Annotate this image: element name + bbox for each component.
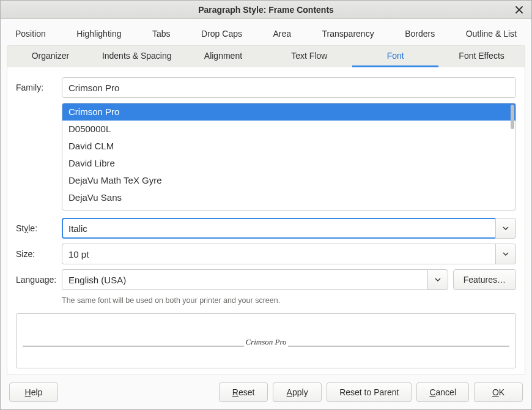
chevron-down-icon	[503, 252, 509, 256]
tab-borders[interactable]: Borders	[396, 24, 443, 45]
tab-highlighting[interactable]: Highlighting	[68, 24, 130, 45]
family-option[interactable]: DejaVu Sans Condensed	[62, 206, 515, 210]
close-button[interactable]	[513, 4, 525, 16]
tabs-row-1: Position Highlighting Tabs Drop Caps Are…	[7, 24, 525, 45]
family-input[interactable]	[62, 77, 516, 98]
family-option[interactable]: DejaVu Sans	[62, 189, 515, 206]
family-row: Family:	[16, 77, 516, 98]
tab-indents-spacing[interactable]: Indents & Spacing	[94, 46, 180, 67]
reset-to-parent-button[interactable]: Reset to Parent	[327, 382, 412, 402]
hint-text: The same font will be used on both your …	[62, 296, 516, 305]
tab-drop-caps[interactable]: Drop Caps	[193, 24, 251, 45]
family-option[interactable]: Crimson Pro	[62, 103, 515, 121]
style-row: Style:	[16, 218, 516, 239]
language-input[interactable]	[62, 269, 427, 290]
button-bar: Help Reset Apply Reset to Parent Cancel …	[1, 375, 531, 409]
size-input[interactable]	[62, 244, 495, 264]
content-panel: Family: Crimson Pro D050000L David CLM D…	[7, 67, 525, 375]
style-input[interactable]	[62, 218, 495, 239]
scrollbar-thumb[interactable]	[511, 105, 514, 129]
size-dropdown-button[interactable]	[495, 244, 516, 264]
cancel-button[interactable]: Cancel	[416, 382, 469, 402]
tab-position[interactable]: Position	[7, 24, 54, 45]
family-option[interactable]: DejaVu Math TeX Gyre	[62, 172, 515, 189]
family-option[interactable]: David CLM	[62, 138, 515, 155]
tab-font-effects[interactable]: Font Effects	[438, 46, 525, 67]
style-combo	[62, 218, 516, 239]
close-icon	[515, 6, 523, 14]
tab-tabs[interactable]: Tabs	[144, 24, 179, 45]
language-combo	[62, 269, 448, 290]
family-listbox-inner: Crimson Pro D050000L David CLM David Lib…	[62, 103, 515, 210]
family-option[interactable]: D050000L	[62, 121, 515, 138]
family-listbox[interactable]: Crimson Pro D050000L David CLM David Lib…	[62, 103, 516, 211]
preview-box: Crimson Pro	[16, 313, 516, 368]
chevron-down-icon	[503, 226, 509, 230]
tab-organizer[interactable]: Organizer	[7, 46, 94, 67]
tab-text-flow[interactable]: Text Flow	[266, 46, 352, 67]
scrollbar[interactable]	[509, 105, 514, 209]
style-dropdown-button[interactable]	[495, 218, 516, 239]
style-label: Style:	[16, 223, 62, 233]
help-button[interactable]: Help	[9, 382, 58, 402]
family-label: Family:	[16, 83, 62, 92]
reset-button[interactable]: Reset	[219, 382, 268, 402]
tab-transparency[interactable]: Transparency	[314, 24, 383, 45]
tab-font[interactable]: Font	[352, 46, 438, 67]
chevron-down-icon	[435, 278, 441, 281]
tab-area[interactable]: Area	[264, 24, 300, 45]
size-row: Size:	[16, 244, 516, 264]
tab-outline-list[interactable]: Outline & List	[457, 24, 525, 45]
language-row: Language: Features…	[16, 269, 516, 290]
preview-text: Crimson Pro	[244, 337, 287, 347]
language-dropdown-button[interactable]	[427, 269, 448, 290]
tabs-row-2: Organizer Indents & Spacing Alignment Te…	[7, 45, 525, 67]
features-button[interactable]: Features…	[453, 269, 516, 290]
language-label: Language:	[16, 275, 62, 285]
window-title: Paragraph Style: Frame Contents	[198, 5, 334, 15]
apply-button[interactable]: Apply	[273, 382, 322, 402]
ok-button[interactable]: OK	[474, 382, 523, 402]
family-option[interactable]: David Libre	[62, 155, 515, 172]
tabs-container: Position Highlighting Tabs Drop Caps Are…	[1, 19, 531, 67]
title-bar: Paragraph Style: Frame Contents	[1, 1, 531, 19]
size-label: Size:	[16, 249, 62, 259]
tab-alignment[interactable]: Alignment	[180, 46, 267, 67]
size-combo	[62, 244, 516, 264]
preview-line: Crimson Pro	[23, 336, 509, 346]
